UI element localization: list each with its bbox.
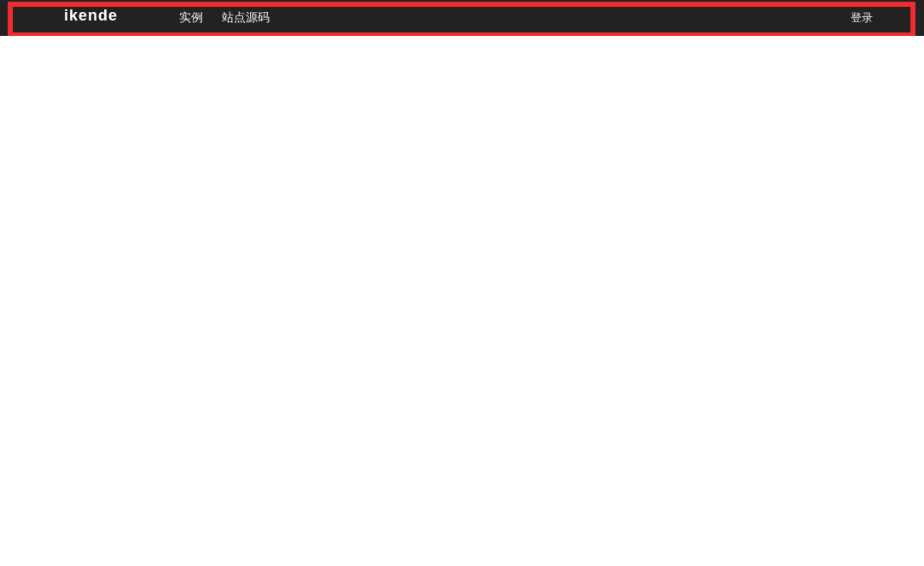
nav-item-1[interactable]: 站点源码	[222, 10, 270, 24]
login-link[interactable]: 登录	[851, 10, 873, 26]
header-nav: 实例 站点源码	[179, 10, 285, 26]
nav-item-0[interactable]: 实例	[179, 10, 203, 24]
site-name: ikende	[64, 7, 118, 25]
top-bar: ikende 实例 站点源码 登录	[0, 0, 924, 36]
